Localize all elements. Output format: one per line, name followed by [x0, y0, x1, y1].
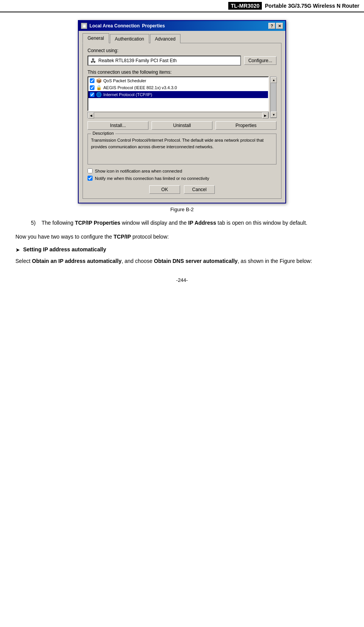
para2: Select Obtain an IP address automaticall… [15, 257, 349, 266]
model-label: TL-MR3020 [228, 2, 262, 10]
product-description: Portable 3G/3.75G Wireless N Router [265, 3, 359, 9]
dialog-body: General Authentication Advanced Connect … [79, 31, 285, 203]
ok-button[interactable]: OK [149, 185, 180, 194]
tabs-row: General Authentication Advanced [83, 34, 281, 43]
para2-bold1: Obtain an IP address automatically [32, 258, 121, 264]
figure-caption: Figure B-2 [15, 207, 349, 212]
para1-bold: TCP/IP [113, 234, 131, 240]
items-list: 📦 QoS Packet Scheduler 🔒 AEGIS Protocol … [88, 76, 269, 111]
bullet-arrow-icon: ➤ [15, 247, 20, 253]
list-item[interactable]: 📦 QoS Packet Scheduler [88, 77, 268, 84]
show-icon-label: Show icon in notification area when conn… [95, 169, 182, 173]
scroll-right-btn[interactable]: ▶ [262, 112, 268, 119]
dialog-wrapper: 🖥 Local Area Connection Properties ? ✕ G… [15, 20, 349, 203]
adapter-name: Realtek RTL8139 Family PCI Fast Eth [98, 58, 177, 63]
aegis-icon: 🔒 [96, 85, 102, 90]
tcpip-label: Internet Protocol (TCP/IP) [103, 92, 152, 97]
properties-button[interactable]: Properties [216, 121, 276, 130]
tcpip-checkbox[interactable] [90, 92, 94, 97]
description-box: Description Transmission Control Protoco… [88, 134, 276, 164]
adapter-icon: 🖧 [91, 58, 96, 64]
titlebar-buttons: ? ✕ [268, 23, 283, 29]
para2-before: Select [15, 258, 32, 264]
aegis-checkbox[interactable] [90, 85, 94, 90]
install-button[interactable]: Install... [88, 121, 148, 130]
notify-row: Notify me when this connection has limit… [88, 176, 276, 181]
items-list-wrapper: 📦 QoS Packet Scheduler 🔒 AEGIS Protocol … [88, 76, 276, 118]
para2-bold2: Obtain DNS server automatically [154, 258, 238, 264]
connect-row: 🖧 Realtek RTL8139 Family PCI Fast Eth Co… [88, 56, 276, 66]
dialog-titlebar: 🖥 Local Area Connection Properties ? ✕ [79, 21, 285, 31]
adapter-box: 🖧 Realtek RTL8139 Family PCI Fast Eth [88, 56, 241, 66]
header-product: TL-MR3020 Portable 3G/3.75G Wireless N R… [228, 3, 359, 9]
bullet-heading-row: ➤ Setting IP address automatically [15, 246, 349, 253]
show-icon-row: Show icon in notification area when conn… [88, 168, 276, 173]
cancel-button[interactable]: Cancel [184, 185, 215, 194]
notify-checkbox[interactable] [88, 176, 93, 181]
action-buttons: Install... Uninstall Properties [88, 121, 276, 130]
header-bar: TL-MR3020 Portable 3G/3.75G Wireless N R… [0, 0, 364, 12]
configure-button[interactable]: Configure... [244, 56, 276, 65]
list-item-selected[interactable]: 🌐 Internet Protocol (TCP/IP) [88, 91, 268, 98]
titlebar-title-left: Local Area Connection [89, 23, 140, 29]
titlebar-left: 🖥 Local Area Connection Properties [81, 23, 165, 29]
para2-after: , as shown in the Figure below: [238, 258, 312, 264]
scroll-up-btn[interactable]: ▲ [271, 77, 277, 83]
step5-after: tab is open on this window by default. [216, 220, 307, 226]
scroll-left-btn[interactable]: ◀ [88, 112, 94, 119]
para1-after: protocol below: [131, 234, 169, 240]
show-icon-checkbox[interactable] [88, 168, 93, 173]
tcpip-icon: 🌐 [96, 92, 102, 97]
tab-general[interactable]: General [83, 33, 109, 43]
h-scrollbar[interactable]: ◀ ▶ [88, 112, 269, 118]
qos-icon: 📦 [96, 78, 102, 83]
titlebar-title-right: Properties [142, 23, 165, 29]
uninstall-button[interactable]: Uninstall [152, 121, 212, 130]
step5-number: 5) [31, 220, 35, 226]
step5-before: The following [42, 220, 75, 226]
main-content: 🖥 Local Area Connection Properties ? ✕ G… [0, 12, 364, 291]
step5-bold1: TCP/IP Properties [75, 220, 120, 226]
qos-label: QoS Packet Scheduler [103, 78, 146, 83]
connect-using-label: Connect using: [88, 48, 276, 53]
dialog-footer: OK Cancel [88, 185, 276, 194]
page-number: -244- [15, 273, 349, 283]
step5-text: 5) The following TCP/IP Properties windo… [31, 220, 307, 226]
items-label: This connection uses the following items… [88, 69, 276, 75]
tab-panel-general: Connect using: 🖧 Realtek RTL8139 Family … [83, 43, 281, 199]
aegis-label: AEGIS Protocol (IEEE 802.1x) v3.4.3.0 [103, 85, 177, 90]
list-item[interactable]: 🔒 AEGIS Protocol (IEEE 802.1x) v3.4.3.0 [88, 84, 268, 91]
scroll-down-btn[interactable]: ▼ [271, 112, 277, 118]
v-scrollbar[interactable]: ▲ ▼ [270, 76, 276, 118]
description-text: Transmission Control Protocol/Internet P… [91, 137, 273, 150]
bullet-heading-text: Setting IP address automatically [23, 246, 106, 252]
step5-mid: window will display and the [120, 220, 188, 226]
scroll-track-v [271, 83, 276, 112]
help-button[interactable]: ? [268, 23, 275, 29]
properties-dialog: 🖥 Local Area Connection Properties ? ✕ G… [78, 20, 286, 203]
description-label: Description [91, 131, 115, 136]
scroll-track-h [94, 112, 262, 118]
para1: Now you have two ways to configure the T… [15, 232, 349, 242]
notify-label: Notify me when this connection has limit… [95, 176, 209, 181]
tab-authentication[interactable]: Authentication [110, 34, 149, 43]
para1-before: Now you have two ways to configure the [15, 234, 113, 240]
step5-bold2: IP Address [188, 220, 216, 226]
close-button[interactable]: ✕ [276, 23, 283, 29]
para2-mid: , and choose [121, 258, 154, 264]
qos-checkbox[interactable] [90, 78, 94, 83]
step5-paragraph: 5) The following TCP/IP Properties windo… [31, 219, 349, 228]
tab-advanced[interactable]: Advanced [150, 34, 180, 43]
titlebar-app-icon: 🖥 [81, 23, 87, 29]
